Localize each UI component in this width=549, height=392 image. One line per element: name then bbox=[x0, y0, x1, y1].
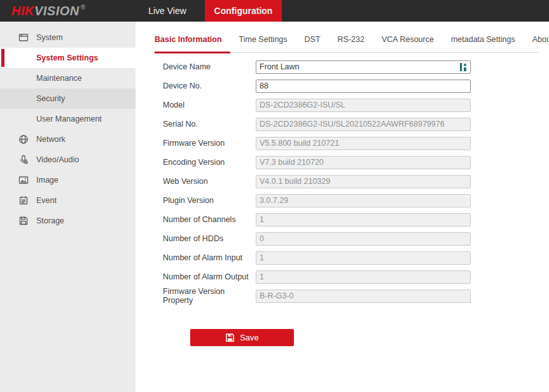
sidebar-item-security[interactable]: Security bbox=[0, 88, 136, 109]
sidebar-item-label: System Settings bbox=[36, 53, 98, 62]
system-icon bbox=[18, 32, 29, 43]
form-row-number-of-hdds: Number of HDDs bbox=[163, 229, 549, 248]
hikvision-config-page: HIKVISION® Live View Configuration Syste… bbox=[0, 0, 549, 392]
number-of-alarm-input-field bbox=[256, 251, 471, 265]
sidebar-item-event[interactable]: Event bbox=[0, 190, 136, 211]
tab-about[interactable]: About bbox=[532, 35, 549, 52]
form-row-number-of-alarm-input: Number of Alarm Input bbox=[163, 248, 549, 267]
field-label: Number of Alarm Output bbox=[163, 272, 256, 281]
sidebar-item-video-audio[interactable]: Video/Audio bbox=[0, 150, 136, 170]
field-label: Model bbox=[163, 101, 256, 109]
field-label: Firmware Version Property bbox=[163, 287, 256, 305]
video-audio-icon bbox=[18, 155, 29, 165]
web-version-field bbox=[256, 175, 471, 188]
save-button[interactable]: Save bbox=[190, 329, 294, 346]
form-row-number-of-channels: Number of Channels bbox=[163, 210, 549, 229]
sidebar-item-label: Image bbox=[36, 176, 59, 185]
logo-hik-text: HIK bbox=[11, 4, 34, 18]
event-icon bbox=[18, 195, 29, 206]
form-row-serial-no: Serial No. bbox=[163, 115, 549, 134]
tab-dst[interactable]: DST bbox=[305, 35, 321, 52]
top-bar: HIKVISION® Live View Configuration bbox=[0, 0, 549, 22]
sidebar-item-image[interactable]: Image bbox=[0, 170, 136, 190]
firmware-version-field bbox=[256, 137, 471, 150]
main-content: Basic InformationTime SettingsDSTRS-232V… bbox=[136, 22, 549, 392]
active-item-marker bbox=[1, 49, 4, 67]
model-field bbox=[256, 99, 471, 112]
image-icon bbox=[18, 175, 29, 185]
tab-time-settings[interactable]: Time Settings bbox=[239, 35, 288, 52]
hikvision-logo: HIKVISION® bbox=[0, 0, 136, 22]
sidebar-item-system-settings[interactable]: System Settings bbox=[0, 48, 136, 68]
field-label: Number of Channels bbox=[163, 215, 256, 224]
storage-icon bbox=[18, 216, 29, 226]
field-label: Web Version bbox=[163, 177, 256, 186]
form-row-device-no: Device No. bbox=[163, 76, 549, 95]
field-label: Encoding Version bbox=[163, 158, 256, 167]
form-row-model: Model bbox=[163, 95, 549, 115]
form-row-web-version: Web Version bbox=[163, 172, 549, 191]
field-label: Device Name bbox=[163, 62, 256, 71]
form-row-encoding-version: Encoding Version bbox=[163, 153, 549, 172]
sidebar-item-label: System bbox=[36, 33, 63, 42]
nav-configuration[interactable]: Configuration bbox=[205, 0, 282, 22]
form-row-firmware-version: Firmware Version bbox=[163, 134, 549, 153]
sidebar-item-system[interactable]: System bbox=[0, 27, 136, 48]
field-label: Plugin Version bbox=[163, 196, 256, 205]
sidebar-item-label: User Management bbox=[36, 115, 102, 123]
sidebar-item-maintenance[interactable]: Maintenance bbox=[0, 68, 136, 88]
sidebar-item-label: Security bbox=[36, 94, 65, 103]
device-no-input[interactable] bbox=[256, 80, 471, 93]
sidebar-item-label: Storage bbox=[36, 216, 64, 225]
form-row-device-name: Device Name bbox=[163, 57, 549, 76]
form-row-plugin-version: Plugin Version bbox=[163, 191, 549, 210]
field-label: Device No. bbox=[163, 81, 256, 90]
tab-bar: Basic InformationTime SettingsDSTRS-232V… bbox=[155, 35, 539, 53]
sidebar-item-network[interactable]: Network bbox=[0, 129, 136, 150]
form-row-firmware-version-property: Firmware Version Property bbox=[163, 286, 549, 305]
logo-vision-text: VISION bbox=[34, 4, 80, 18]
tab-vca-resource[interactable]: VCA Resource bbox=[382, 35, 434, 52]
sidebar-item-label: Network bbox=[36, 135, 66, 144]
ime-input-icon bbox=[459, 63, 468, 71]
save-label: Save bbox=[240, 333, 259, 342]
sidebar-item-user-management[interactable]: User Management bbox=[0, 109, 136, 129]
network-icon bbox=[18, 134, 29, 144]
tab-rs-232[interactable]: RS-232 bbox=[338, 35, 365, 52]
sidebar-item-label: Maintenance bbox=[36, 74, 82, 83]
nav-live-view[interactable]: Live View bbox=[136, 0, 199, 22]
form-row-number-of-alarm-output: Number of Alarm Output bbox=[163, 267, 549, 286]
device-name-input[interactable] bbox=[256, 60, 471, 74]
number-of-alarm-output-field bbox=[256, 270, 471, 284]
registered-trademark-icon: ® bbox=[81, 4, 86, 11]
firmware-version-property-field bbox=[256, 290, 471, 303]
plugin-version-field bbox=[256, 194, 471, 207]
encoding-version-field bbox=[256, 156, 471, 169]
field-label: Number of HDDs bbox=[163, 234, 256, 243]
save-icon bbox=[225, 333, 235, 342]
sidebar: System System Settings Maintenance Secur… bbox=[0, 22, 136, 392]
tab-metadata-settings[interactable]: metadata Settings bbox=[451, 35, 515, 52]
field-label: Firmware Version bbox=[163, 139, 256, 148]
tab-basic-information[interactable]: Basic Information bbox=[155, 35, 230, 52]
sidebar-item-label: Event bbox=[36, 196, 57, 205]
number-of-channels-field bbox=[256, 213, 471, 227]
sidebar-item-storage[interactable]: Storage bbox=[0, 211, 136, 231]
number-of-hdds-field bbox=[256, 232, 471, 246]
device-name-input-wrap bbox=[256, 60, 471, 74]
field-label: Number of Alarm Input bbox=[163, 253, 256, 262]
serial-no-field bbox=[256, 118, 471, 131]
basic-information-form: Device Name Device No. Model Serial No. … bbox=[163, 57, 549, 346]
sidebar-item-label: Video/Audio bbox=[36, 155, 79, 164]
field-label: Serial No. bbox=[163, 120, 256, 129]
